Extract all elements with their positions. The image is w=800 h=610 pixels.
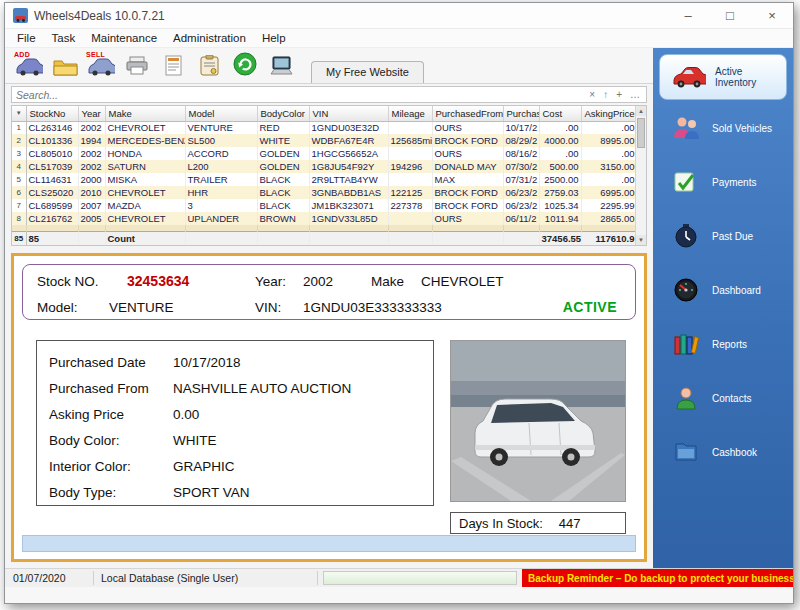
col-year[interactable]: Year [78, 106, 105, 121]
sidebar-item-sold-vehicles[interactable]: Sold Vehicles [657, 102, 789, 154]
grid-cell[interactable]: SATURN [105, 160, 185, 173]
grid-cell[interactable]: 227378 [388, 199, 432, 212]
grid-cell[interactable] [388, 173, 432, 186]
col-model[interactable]: Model [185, 106, 257, 121]
grid-cell[interactable]: 1025.34 [539, 199, 581, 212]
grid-cell[interactable]: .00 [581, 173, 637, 186]
grid-cell[interactable]: OURS [432, 121, 503, 134]
grid-cell[interactable]: GOLDEN [257, 160, 309, 173]
table-row[interactable]: 8 CL216762 2005 CHEVROLET UPLANDER BROWN… [12, 212, 637, 225]
table-row[interactable]: 7 CL689599 2007 MAZDA 3 BLACK JM1BK32307… [12, 199, 637, 212]
invoice-button[interactable] [155, 50, 191, 82]
col-purchasedate[interactable]: Purchas [503, 106, 539, 121]
table-row[interactable]: 5 CL114631 2000 MISKA TRAILER BLACK 2R9L… [12, 173, 637, 186]
sell-vehicle-button[interactable]: SELL [83, 50, 119, 82]
menu-administration[interactable]: Administration [165, 30, 254, 46]
grid-cell[interactable]: 2759.03 [539, 186, 581, 199]
col-vin[interactable]: VIN [309, 106, 388, 121]
grid-cell[interactable]: UPLANDER [185, 212, 257, 225]
col-bodycolor[interactable]: BodyColor [257, 106, 309, 121]
tab-my-free-website[interactable]: My Free Website [311, 61, 424, 83]
row-number[interactable]: 7 [12, 199, 26, 212]
grid-cell[interactable]: 07/30/2 [503, 160, 539, 173]
grid-cell[interactable] [388, 121, 432, 134]
grid-cell[interactable]: BLACK [257, 186, 309, 199]
grid-cell[interactable]: MAX [432, 173, 503, 186]
grid-cell[interactable]: MISKA [105, 173, 185, 186]
grid-cell[interactable]: CHEVROLET [105, 212, 185, 225]
grid-cell[interactable]: 3 [185, 199, 257, 212]
grid-cell[interactable]: MERCEDES-BENZ [105, 134, 185, 147]
grid-cell[interactable]: 1GNDV33L85D [309, 212, 388, 225]
grid-cell[interactable]: 2R9LTTAB4YW [309, 173, 388, 186]
grid-cell[interactable]: CL263146 [26, 121, 78, 134]
grid-cell[interactable]: JM1BK323071 [309, 199, 388, 212]
grid-cell[interactable]: OURS [432, 212, 503, 225]
grid-cell[interactable]: 1GNDU03E32D [309, 121, 388, 134]
grid-cell[interactable]: 6995.00 [581, 186, 637, 199]
grid-cell[interactable]: 3150.00 [581, 160, 637, 173]
grid-cell[interactable] [388, 147, 432, 160]
grid-cell[interactable]: 122125 [388, 186, 432, 199]
scrollbar-thumb[interactable] [637, 118, 645, 148]
grid-cell[interactable]: CL517039 [26, 160, 78, 173]
grid-cell[interactable]: 2007 [78, 199, 105, 212]
add-filter-icon[interactable]: + [616, 89, 622, 100]
grid-cell[interactable]: L200 [185, 160, 257, 173]
sidebar-item-payments[interactable]: Payments [657, 156, 789, 208]
add-vehicle-button[interactable]: ADD [11, 50, 47, 82]
grid-cell[interactable]: DONALD MAY [432, 160, 503, 173]
grid-cell[interactable]: 2002 [78, 160, 105, 173]
grid-cell[interactable]: 4000.00 [539, 134, 581, 147]
grid-cell[interactable]: 06/11/2 [503, 212, 539, 225]
grid-cell[interactable]: 2002 [78, 121, 105, 134]
minimize-button[interactable]: – [667, 3, 709, 28]
grid-cell[interactable] [388, 212, 432, 225]
grid-cell[interactable]: GOLDEN [257, 147, 309, 160]
table-row[interactable]: 4 CL517039 2002 SATURN L200 GOLDEN 1G8JU… [12, 160, 637, 173]
menu-maintenance[interactable]: Maintenance [83, 30, 165, 46]
sidebar-item-cashbook[interactable]: Cashbook [657, 426, 789, 478]
refresh-button[interactable] [227, 50, 263, 82]
grid-cell[interactable]: ACCORD [185, 147, 257, 160]
grid-cell[interactable]: 2010 [78, 186, 105, 199]
row-number[interactable]: 1 [12, 121, 26, 134]
clear-search-icon[interactable]: × [589, 89, 595, 100]
row-number[interactable]: 2 [12, 134, 26, 147]
col-purchasedfrom[interactable]: PurchasedFrom [432, 106, 503, 121]
row-indicator-icon[interactable]: ▼ [12, 106, 26, 121]
table-row[interactable]: 2 CL101336 1994 MERCEDES-BENZ SL500 WHIT… [12, 134, 637, 147]
grid-cell[interactable]: RED [257, 121, 309, 134]
sidebar-item-reports[interactable]: Reports [657, 318, 789, 370]
grid-cell[interactable]: .00 [539, 121, 581, 134]
grid-cell[interactable]: 08/29/2 [503, 134, 539, 147]
grid-cell[interactable]: MAZDA [105, 199, 185, 212]
grid-cell[interactable]: .00 [539, 147, 581, 160]
grid-cell[interactable]: 06/23/2 [503, 199, 539, 212]
grid-cell[interactable]: TRAILER [185, 173, 257, 186]
grid-cell[interactable]: CL216762 [26, 212, 78, 225]
grid-cell[interactable]: 10/17/2 [503, 121, 539, 134]
sidebar-item-contacts[interactable]: Contacts [657, 372, 789, 424]
grid-vertical-scrollbar[interactable]: ▲ ▼ [635, 106, 646, 245]
grid-cell[interactable]: BROCK FORD [432, 199, 503, 212]
grid-cell[interactable]: 1G8JU54F92Y [309, 160, 388, 173]
row-number[interactable]: 6 [12, 186, 26, 199]
scroll-up-icon[interactable]: ▲ [636, 106, 646, 116]
grid-cell[interactable]: 2005 [78, 212, 105, 225]
grid-cell[interactable]: SL500 [185, 134, 257, 147]
menu-file[interactable]: File [9, 30, 44, 46]
grid-cell[interactable]: BLACK [257, 199, 309, 212]
grid-cell[interactable]: CL101336 [26, 134, 78, 147]
menu-task[interactable]: Task [44, 30, 84, 46]
grid-cell[interactable]: 08/16/2 [503, 147, 539, 160]
grid-cell[interactable]: VENTURE [185, 121, 257, 134]
print-button[interactable] [119, 50, 155, 82]
row-number[interactable]: 5 [12, 173, 26, 186]
grid-cell[interactable]: 2865.00 [581, 212, 637, 225]
grid-cell[interactable]: 1011.94 [539, 212, 581, 225]
sidebar-item-active-inventory[interactable]: Active Inventory [659, 54, 787, 100]
col-make[interactable]: Make [105, 106, 185, 121]
scroll-down-icon[interactable]: ▼ [636, 235, 646, 245]
grid-cell[interactable]: .00 [581, 121, 637, 134]
